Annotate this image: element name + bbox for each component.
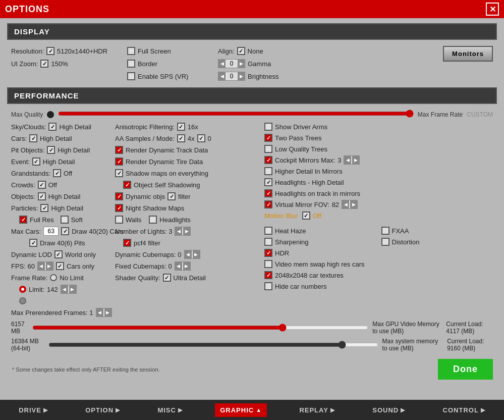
- vm-right-arrow[interactable]: ▶: [350, 200, 357, 208]
- fxaa-cb[interactable]: [381, 227, 389, 235]
- sky-clouds-cb[interactable]: [48, 123, 57, 131]
- nav-drive[interactable]: DRIVE ▶: [14, 403, 53, 417]
- objects-cb[interactable]: [38, 192, 46, 200]
- distortion-cb[interactable]: [381, 238, 389, 246]
- headlights-high-cb[interactable]: [264, 178, 272, 186]
- nav-option[interactable]: OPTION ▶: [80, 403, 125, 417]
- cockpit-right-arrow[interactable]: ▶: [352, 156, 359, 164]
- limit-radio[interactable]: [19, 286, 26, 293]
- self-shadow-cb[interactable]: [123, 181, 131, 189]
- nav-control[interactable]: CONTROL ▶: [438, 403, 490, 417]
- max-cars-cb[interactable]: [61, 227, 69, 235]
- hide-car-numbers-cb[interactable]: [264, 282, 272, 290]
- fixed-cubemaps-spinbox[interactable]: ◀ ▶: [175, 261, 191, 271]
- brightness-right-arrow[interactable]: ▶: [238, 72, 245, 80]
- brightness-spinbox[interactable]: ◀ 0 ▶: [218, 72, 245, 81]
- grandstands-cb[interactable]: [53, 169, 61, 177]
- event-cb[interactable]: [32, 158, 40, 166]
- hdr-cb[interactable]: [264, 249, 272, 257]
- brightness-left-arrow[interactable]: ◀: [218, 72, 226, 80]
- vm-left-arrow[interactable]: ◀: [342, 200, 349, 208]
- fullres-cb[interactable]: [19, 216, 27, 224]
- particles-cb[interactable]: [40, 204, 48, 212]
- close-button[interactable]: ✕: [486, 3, 499, 16]
- car-textures-cb[interactable]: [264, 271, 272, 279]
- gpu-memory-slider[interactable]: [32, 324, 369, 331]
- nav-misc[interactable]: MISC ▶: [152, 403, 188, 417]
- walls-cb[interactable]: [115, 216, 123, 224]
- cockpit-left-arrow[interactable]: ◀: [344, 156, 351, 164]
- limit-left-arrow[interactable]: ◀: [61, 285, 68, 293]
- fps-cars-cb[interactable]: [56, 262, 64, 270]
- dynamic-lod-cb[interactable]: [54, 250, 63, 258]
- soft-cb[interactable]: [61, 216, 69, 224]
- nav-graphic[interactable]: GRAPHIC ▲: [215, 403, 267, 417]
- motion-blur-cb[interactable]: [302, 212, 310, 220]
- aniso-cb[interactable]: [177, 123, 185, 131]
- quality-slider[interactable]: [58, 110, 414, 117]
- prerendered-left-arrow[interactable]: ◀: [96, 308, 103, 317]
- enable-sps-checkbox[interactable]: [127, 72, 135, 80]
- crowds-cb[interactable]: [38, 181, 46, 189]
- done-button[interactable]: Done: [438, 359, 493, 380]
- nav-sound[interactable]: SOUND ▶: [367, 403, 410, 417]
- two-pass-trees-cb[interactable]: [264, 134, 272, 142]
- draw-pits-cb[interactable]: [29, 239, 37, 247]
- cockpit-mirrors-spinbox[interactable]: ◀ ▶: [344, 155, 360, 165]
- limit-right-arrow[interactable]: ▶: [69, 285, 76, 293]
- gamma-right-arrow[interactable]: ▶: [238, 60, 245, 68]
- filter-cb[interactable]: [167, 192, 176, 200]
- fix-cube-right-arrow[interactable]: ▶: [183, 262, 190, 270]
- higher-detail-mirrors-cb[interactable]: [264, 167, 272, 175]
- dynamic-cubemaps-spinbox[interactable]: ◀ ▶: [184, 250, 200, 259]
- border-checkbox[interactable]: [127, 60, 135, 68]
- grey-radio[interactable]: [19, 297, 26, 304]
- cockpit-mirrors-value: 3: [338, 156, 341, 164]
- sys-memory-slider[interactable]: [48, 341, 378, 348]
- virtual-mirror-cb[interactable]: [264, 200, 272, 208]
- virtual-mirror-spinbox[interactable]: ◀ ▶: [342, 200, 358, 209]
- render-tire-cb[interactable]: [115, 158, 123, 166]
- monitors-button[interactable]: Monitors: [443, 46, 493, 62]
- fullscreen-checkbox[interactable]: [127, 47, 135, 55]
- max-cars-input[interactable]: [43, 227, 59, 236]
- cockpit-mirrors-cb[interactable]: [264, 156, 272, 164]
- lights-right-arrow[interactable]: ▶: [183, 227, 190, 235]
- fps-spinbox[interactable]: ◀ ▶: [37, 261, 53, 271]
- ui-zoom-checkbox[interactable]: [40, 60, 48, 68]
- nav-replay[interactable]: REPLAY ▶: [294, 403, 340, 417]
- headlights-on-track-cb[interactable]: [264, 189, 272, 197]
- aa-extra-cb[interactable]: [197, 134, 205, 142]
- gamma-spinbox[interactable]: ◀ 0 ▶: [218, 59, 245, 68]
- lights-left-arrow[interactable]: ◀: [175, 227, 182, 235]
- dyn-cube-left-arrow[interactable]: ◀: [185, 250, 192, 258]
- fps-left-arrow[interactable]: ◀: [38, 262, 45, 270]
- sharpening-cb[interactable]: [264, 238, 272, 246]
- heat-haze-cb[interactable]: [264, 227, 272, 235]
- limit-spinbox[interactable]: ◀ ▶: [61, 285, 77, 294]
- fps-right-arrow[interactable]: ▶: [46, 262, 53, 270]
- low-quality-trees-cb[interactable]: [264, 145, 272, 153]
- gamma-left-arrow[interactable]: ◀: [218, 60, 226, 68]
- prerendered-right-arrow[interactable]: ▶: [104, 308, 111, 317]
- night-shadow-cb[interactable]: [115, 204, 123, 212]
- aa-cb[interactable]: [177, 134, 185, 142]
- num-lights-spinbox[interactable]: ◀ ▶: [175, 227, 191, 236]
- dynamic-objs-cb[interactable]: [115, 192, 123, 200]
- fix-cube-left-arrow[interactable]: ◀: [175, 262, 182, 270]
- shadow-maps-cb[interactable]: [115, 169, 123, 177]
- video-mem-cb[interactable]: [264, 260, 272, 268]
- show-driver-arms-cb[interactable]: [264, 123, 272, 131]
- align-checkbox[interactable]: [237, 47, 245, 55]
- pcf4-cb[interactable]: [123, 239, 131, 247]
- pit-objects-cb[interactable]: [47, 146, 55, 154]
- no-limit-radio[interactable]: [50, 274, 57, 281]
- resolution-checkbox[interactable]: [46, 47, 54, 55]
- dyn-cube-right-arrow[interactable]: ▶: [193, 250, 200, 258]
- render-track-cb[interactable]: [115, 146, 123, 154]
- cars-cb[interactable]: [29, 134, 37, 142]
- prerendered-spinbox[interactable]: ◀ ▶: [96, 308, 112, 317]
- render-tire-row: Render Dynamic Tire Data: [115, 156, 261, 167]
- headlights-cb[interactable]: [149, 216, 157, 224]
- shader-quality-cb[interactable]: [163, 274, 171, 282]
